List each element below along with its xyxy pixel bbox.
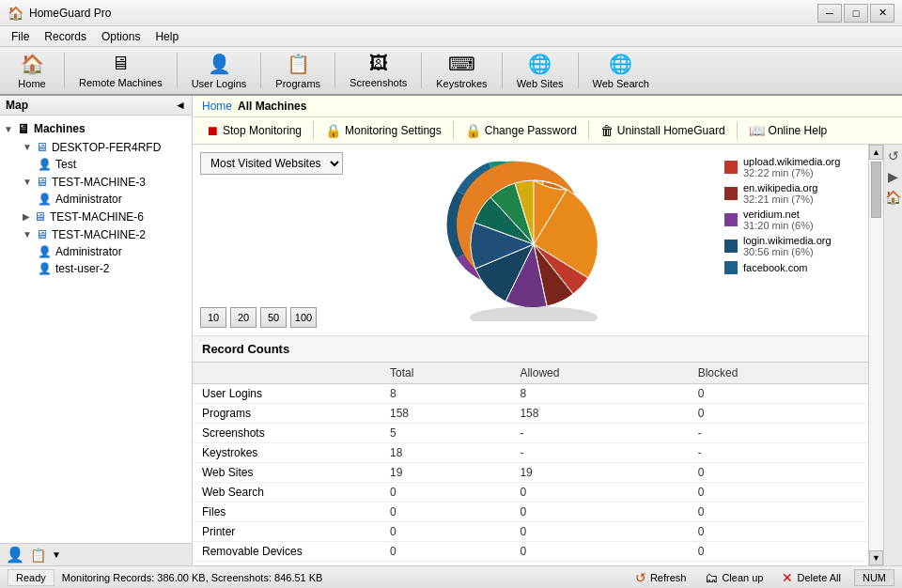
row-total-7: 0 (381, 522, 510, 542)
table-row: Web Search 0 0 0 (193, 483, 868, 503)
row-blocked-0: 0 (689, 384, 868, 404)
scroll-down-button[interactable]: ▼ (869, 550, 883, 565)
online-help-button[interactable]: 📖 Online Help (743, 121, 833, 140)
change-password-button[interactable]: 🔒 Change Password (459, 121, 583, 140)
breadcrumb-home-link[interactable]: Home (202, 100, 232, 113)
toolbar-keystrokes-button[interactable]: ⌨ Keystrokes (426, 49, 497, 92)
map-title: Map (6, 99, 28, 112)
online-help-label: Online Help (769, 124, 828, 137)
row-blocked-8: 0 (689, 542, 868, 562)
menu-options[interactable]: Options (94, 28, 148, 45)
statusbar: Ready Monitoring Records: 386.00 KB, Scr… (0, 565, 902, 588)
legend-text-1: en.wikipedia.org 32:21 min (7%) (743, 182, 818, 205)
toolbar-home-button[interactable]: 🏠 Home (4, 49, 60, 92)
scroll-thumb[interactable] (871, 162, 881, 218)
toolbar-user-logins-label: User Logins (192, 78, 247, 89)
content: Most Visited Websites Most Used Programs… (193, 145, 868, 565)
tree-machine-6[interactable]: ▶ 🖥 TEST-MACHINE-6 (19, 208, 188, 225)
toolbar-screenshots-button[interactable]: 🖼 Screenshots (339, 49, 417, 92)
cleanup-icon: 🗂 (705, 570, 718, 585)
legend-detail-0: 32:22 min (7%) (743, 167, 840, 178)
chart-legend: upload.wikimedia.org 32:22 min (7%) en.w… (724, 156, 861, 274)
delete-all-button[interactable]: ✕ Delete All (776, 569, 846, 586)
stop-monitoring-button[interactable]: ⏹ Stop Monitoring (200, 121, 307, 140)
close-button[interactable]: ✕ (870, 4, 894, 23)
row-label-3: Keystrokes (193, 443, 381, 463)
menu-records[interactable]: Records (37, 28, 94, 45)
arrow-right-icon[interactable]: ▶ (888, 169, 898, 184)
chart-row: Most Visited Websites Most Used Programs… (200, 152, 861, 298)
monitoring-settings-button[interactable]: 🔒 Monitoring Settings (319, 121, 447, 140)
settings-icon: 🔒 (325, 123, 341, 138)
toolbar-remote-machines-button[interactable]: 🖥 Remote Machines (69, 49, 173, 92)
tree-user-testuser2[interactable]: 👤 test-user-2 (19, 260, 188, 277)
toolbar-programs-label: Programs (275, 78, 320, 89)
maximize-button[interactable]: □ (844, 4, 868, 23)
statusbar-right-area: ↺ Refresh 🗂 Clean up ✕ Delete All NUM (630, 569, 894, 586)
legend-item-4: facebook.com (724, 261, 861, 274)
legend-item-0: upload.wikimedia.org 32:22 min (7%) (724, 156, 861, 178)
toolbar-home-label: Home (18, 78, 45, 89)
chart-type-dropdown[interactable]: Most Visited Websites Most Used Programs… (200, 152, 343, 175)
menu-file[interactable]: File (4, 28, 37, 45)
action-sep-2 (453, 121, 454, 140)
table-row: Removable Devices 0 0 0 (193, 542, 868, 562)
toolbar-web-sites-button[interactable]: 🌐 Web Sites (506, 49, 574, 92)
password-icon: 🔒 (465, 123, 481, 138)
tree-user-admin2[interactable]: 👤 Administrator (19, 243, 188, 260)
tree-machine-desktop-fer4rfd[interactable]: ▼ 🖥 DESKTOP-FER4RFD (19, 138, 188, 156)
table-row: Web Sites 19 19 0 (193, 463, 868, 483)
machine-group-3: ▼ 🖥 TEST-MACHINE-3 👤 Administrator (4, 173, 188, 208)
toolbar-web-sites-label: Web Sites (517, 78, 564, 89)
row-total-3: 18 (381, 443, 510, 463)
tree-user-admin3[interactable]: 👤 Administrator (19, 191, 188, 208)
cleanup-button[interactable]: 🗂 Clean up (699, 569, 769, 586)
menu-help[interactable]: Help (148, 28, 186, 45)
minimize-button[interactable]: ─ (817, 4, 842, 23)
toolbar-separator-4 (334, 53, 335, 88)
uninstall-icon: 🗑 (600, 123, 614, 138)
table-row: Programs 158 158 0 (193, 404, 868, 424)
scroll-up-button[interactable]: ▲ (869, 145, 883, 160)
page-btn-10[interactable]: 10 (200, 307, 226, 328)
row-label-4: Web Sites (193, 463, 381, 483)
refresh-button[interactable]: ↺ Refresh (630, 569, 692, 586)
machine-group-2: ▼ 🖥 TEST-MACHINE-2 👤 Administrator 👤 tes… (4, 225, 188, 277)
row-blocked-4: 0 (689, 463, 868, 483)
legend-detail-2: 31:20 min (6%) (743, 220, 814, 231)
row-total-5: 0 (381, 483, 510, 503)
tree-machine-3[interactable]: ▼ 🖥 TEST-MACHINE-3 (19, 173, 188, 191)
machine-group-6: ▶ 🖥 TEST-MACHINE-6 (4, 208, 188, 225)
tree-user-test[interactable]: 👤 Test (19, 156, 188, 173)
refresh-sidebar-icon[interactable]: ↺ (888, 148, 899, 163)
page-btn-100[interactable]: 100 (290, 307, 317, 328)
page-btn-20[interactable]: 20 (230, 307, 257, 328)
tree-machines-header[interactable]: ▼ 🖥 Machines (4, 119, 188, 138)
tree-machine-2[interactable]: ▼ 🖥 TEST-MACHINE-2 (19, 225, 188, 243)
legend-detail-3: 30:56 min (6%) (743, 246, 832, 257)
monitoring-info-text: Monitoring Records: 386.00 KB, Screensho… (62, 572, 323, 583)
toolbar-web-search-button[interactable]: 🌐 Web Search (583, 49, 660, 92)
row-total-0: 8 (381, 384, 510, 404)
home-sidebar-icon[interactable]: 🏠 (885, 190, 901, 205)
status-ready-label: Ready (8, 569, 54, 586)
page-btn-50[interactable]: 50 (260, 307, 287, 328)
stop-icon: ⏹ (206, 123, 219, 138)
toolbar-user-logins-button[interactable]: 👤 User Logins (181, 49, 257, 92)
toolbar-programs-button[interactable]: 📋 Programs (265, 49, 331, 92)
titlebar-controls: ─ □ ✕ (817, 4, 894, 23)
legend-color-3 (724, 240, 738, 253)
keystrokes-icon: ⌨ (448, 53, 475, 75)
map-header: Map ◄ (0, 96, 192, 116)
legend-url-3: login.wikimedia.org (743, 235, 832, 246)
user-logins-icon: 👤 (208, 53, 231, 75)
row-total-6: 0 (381, 503, 510, 522)
toolbar-separator-3 (260, 53, 261, 88)
row-blocked-7: 0 (689, 522, 868, 542)
col-total: Total (381, 363, 510, 384)
uninstall-button[interactable]: 🗑 Uninstall HomeGuard (595, 121, 731, 140)
view-icon-status: 📋 (30, 548, 46, 563)
home-icon: 🏠 (21, 53, 44, 75)
user-label-test: Test (55, 158, 76, 171)
map-collapse-button[interactable]: ◄ (175, 99, 186, 112)
